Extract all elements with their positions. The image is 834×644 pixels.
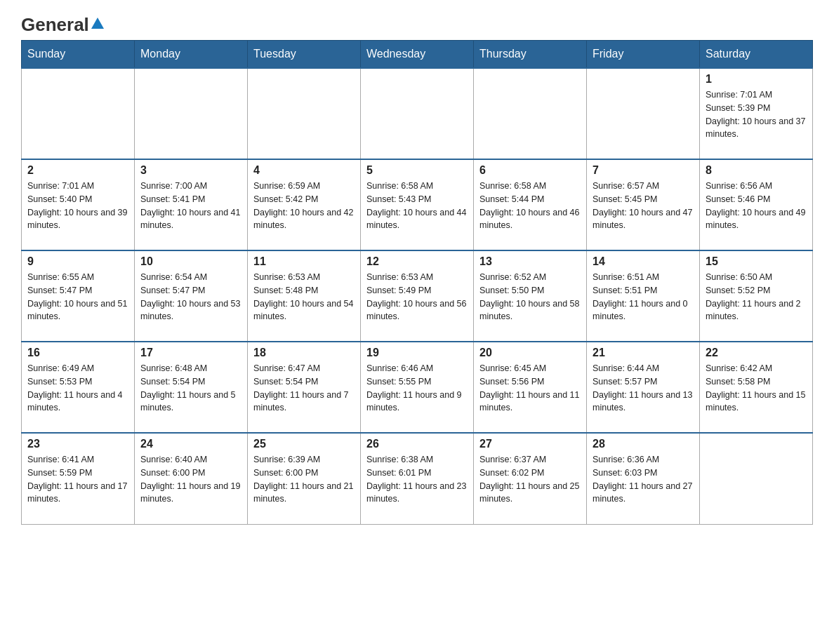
calendar-cell: 2Sunrise: 7:01 AMSunset: 5:40 PMDaylight… [22,159,135,250]
calendar-week-row: 9Sunrise: 6:55 AMSunset: 5:47 PMDaylight… [22,250,813,342]
day-info: Sunrise: 6:46 AMSunset: 5:55 PMDaylight:… [366,362,468,415]
day-info: Sunrise: 6:58 AMSunset: 5:43 PMDaylight:… [366,180,468,232]
day-info: Sunrise: 6:55 AMSunset: 5:47 PMDaylight:… [27,271,128,323]
day-info: Sunrise: 6:44 AMSunset: 5:57 PMDaylight:… [593,362,694,415]
day-number: 28 [593,438,694,450]
day-of-week-header: Sunday [22,41,135,69]
day-info: Sunrise: 6:37 AMSunset: 6:02 PMDaylight:… [479,453,581,506]
calendar-cell: 10Sunrise: 6:54 AMSunset: 5:47 PMDayligh… [135,250,248,342]
day-info: Sunrise: 6:57 AMSunset: 5:45 PMDaylight:… [593,180,694,232]
logo-triangle-icon [91,18,104,29]
calendar-cell: 18Sunrise: 6:47 AMSunset: 5:54 PMDayligh… [248,342,361,433]
calendar-cell: 1Sunrise: 7:01 AMSunset: 5:39 PMDaylight… [700,68,813,159]
day-of-week-header: Tuesday [248,41,361,69]
day-number: 27 [479,438,581,450]
day-number: 22 [706,347,807,359]
day-info: Sunrise: 7:01 AMSunset: 5:39 PMDaylight:… [706,88,807,141]
day-info: Sunrise: 6:40 AMSunset: 6:00 PMDaylight:… [140,453,241,506]
calendar-cell: 6Sunrise: 6:58 AMSunset: 5:44 PMDaylight… [474,159,587,250]
day-number: 3 [140,164,241,177]
calendar-cell: 3Sunrise: 7:00 AMSunset: 5:41 PMDaylight… [135,159,248,250]
calendar-cell: 13Sunrise: 6:52 AMSunset: 5:50 PMDayligh… [474,250,587,342]
calendar-cell: 4Sunrise: 6:59 AMSunset: 5:42 PMDaylight… [248,159,361,250]
calendar-cell: 8Sunrise: 6:56 AMSunset: 5:46 PMDaylight… [700,159,813,250]
day-of-week-header: Wednesday [361,41,474,69]
calendar-cell [248,68,361,159]
day-number: 20 [479,347,581,359]
day-info: Sunrise: 6:51 AMSunset: 5:51 PMDaylight:… [593,271,694,323]
calendar-table: SundayMondayTuesdayWednesdayThursdayFrid… [21,40,813,525]
logo: General [21,14,104,33]
calendar-cell: 7Sunrise: 6:57 AMSunset: 5:45 PMDaylight… [587,159,700,250]
calendar-cell [474,68,587,159]
calendar-cell: 28Sunrise: 6:36 AMSunset: 6:03 PMDayligh… [587,433,700,524]
day-number: 17 [140,347,241,359]
day-info: Sunrise: 7:00 AMSunset: 5:41 PMDaylight:… [140,180,241,232]
day-info: Sunrise: 6:53 AMSunset: 5:49 PMDaylight:… [366,271,468,323]
calendar-cell: 9Sunrise: 6:55 AMSunset: 5:47 PMDaylight… [22,250,135,342]
day-info: Sunrise: 6:56 AMSunset: 5:46 PMDaylight:… [706,180,807,232]
day-number: 4 [253,164,355,177]
page-header: General [21,14,813,33]
day-number: 25 [253,438,355,450]
day-info: Sunrise: 6:48 AMSunset: 5:54 PMDaylight:… [140,362,241,415]
day-number: 9 [27,255,128,268]
calendar-cell: 25Sunrise: 6:39 AMSunset: 6:00 PMDayligh… [248,433,361,524]
day-number: 2 [27,164,128,177]
day-number: 11 [253,255,355,268]
day-of-week-header: Thursday [474,41,587,69]
calendar-week-row: 1Sunrise: 7:01 AMSunset: 5:39 PMDaylight… [22,68,813,159]
day-number: 16 [27,347,128,359]
calendar-cell [587,68,700,159]
calendar-week-row: 2Sunrise: 7:01 AMSunset: 5:40 PMDaylight… [22,159,813,250]
day-info: Sunrise: 6:42 AMSunset: 5:58 PMDaylight:… [706,362,807,415]
day-of-week-header: Monday [135,41,248,69]
calendar-cell: 16Sunrise: 6:49 AMSunset: 5:53 PMDayligh… [22,342,135,433]
calendar-cell: 15Sunrise: 6:50 AMSunset: 5:52 PMDayligh… [700,250,813,342]
calendar-cell: 17Sunrise: 6:48 AMSunset: 5:54 PMDayligh… [135,342,248,433]
day-info: Sunrise: 6:36 AMSunset: 6:03 PMDaylight:… [593,453,694,506]
day-number: 10 [140,255,241,268]
day-info: Sunrise: 6:38 AMSunset: 6:01 PMDaylight:… [366,453,468,506]
day-number: 8 [706,164,807,177]
day-info: Sunrise: 6:45 AMSunset: 5:56 PMDaylight:… [479,362,581,415]
day-number: 1 [706,73,807,86]
calendar-cell: 14Sunrise: 6:51 AMSunset: 5:51 PMDayligh… [587,250,700,342]
day-info: Sunrise: 6:50 AMSunset: 5:52 PMDaylight:… [706,271,807,323]
day-info: Sunrise: 6:54 AMSunset: 5:47 PMDaylight:… [140,271,241,323]
calendar-week-row: 16Sunrise: 6:49 AMSunset: 5:53 PMDayligh… [22,342,813,433]
day-info: Sunrise: 7:01 AMSunset: 5:40 PMDaylight:… [27,180,128,232]
day-number: 26 [366,438,468,450]
day-number: 13 [479,255,581,268]
calendar-header-row: SundayMondayTuesdayWednesdayThursdayFrid… [22,41,813,69]
day-info: Sunrise: 6:39 AMSunset: 6:00 PMDaylight:… [253,453,355,506]
day-number: 12 [366,255,468,268]
day-number: 6 [479,164,581,177]
calendar-cell: 22Sunrise: 6:42 AMSunset: 5:58 PMDayligh… [700,342,813,433]
day-number: 15 [706,255,807,268]
calendar-cell: 24Sunrise: 6:40 AMSunset: 6:00 PMDayligh… [135,433,248,524]
calendar-cell [22,68,135,159]
calendar-cell: 27Sunrise: 6:37 AMSunset: 6:02 PMDayligh… [474,433,587,524]
calendar-cell: 23Sunrise: 6:41 AMSunset: 5:59 PMDayligh… [22,433,135,524]
day-info: Sunrise: 6:47 AMSunset: 5:54 PMDaylight:… [253,362,355,415]
logo-general: General [21,14,89,36]
calendar-cell [700,433,813,524]
day-info: Sunrise: 6:58 AMSunset: 5:44 PMDaylight:… [479,180,581,232]
calendar-cell: 21Sunrise: 6:44 AMSunset: 5:57 PMDayligh… [587,342,700,433]
day-of-week-header: Saturday [700,41,813,69]
calendar-cell: 20Sunrise: 6:45 AMSunset: 5:56 PMDayligh… [474,342,587,433]
day-number: 19 [366,347,468,359]
calendar-cell [361,68,474,159]
calendar-cell [135,68,248,159]
day-info: Sunrise: 6:41 AMSunset: 5:59 PMDaylight:… [27,453,128,506]
day-number: 5 [366,164,468,177]
calendar-cell: 26Sunrise: 6:38 AMSunset: 6:01 PMDayligh… [361,433,474,524]
calendar-cell: 5Sunrise: 6:58 AMSunset: 5:43 PMDaylight… [361,159,474,250]
day-number: 21 [593,347,694,359]
calendar-cell: 11Sunrise: 6:53 AMSunset: 5:48 PMDayligh… [248,250,361,342]
day-of-week-header: Friday [587,41,700,69]
day-info: Sunrise: 6:49 AMSunset: 5:53 PMDaylight:… [27,362,128,415]
day-number: 23 [27,438,128,450]
calendar-week-row: 23Sunrise: 6:41 AMSunset: 5:59 PMDayligh… [22,433,813,524]
